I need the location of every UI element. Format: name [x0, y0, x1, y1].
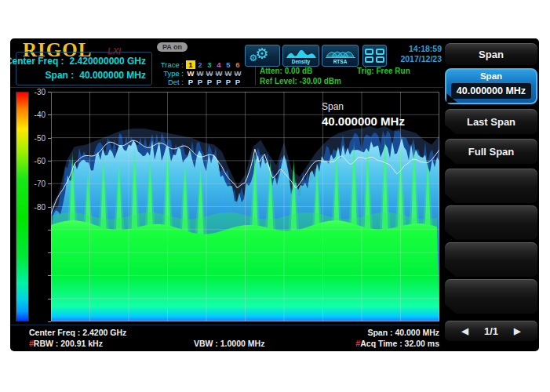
- y-tick-label: -70: [25, 180, 46, 188]
- density-icon-label: Density: [292, 59, 310, 64]
- trace-type-3: W: [205, 69, 214, 78]
- rtsa-icon-label: RTSA: [333, 59, 348, 64]
- header-separator: [10, 87, 443, 88]
- spectrum-display: Span 40.000000 MHz: [51, 92, 439, 321]
- trace-number-4[interactable]: 4: [214, 60, 224, 69]
- trace-table: Trace :123456 Type :WWWWWW Det :PPPPPP: [154, 60, 253, 86]
- trace-type-5: W: [224, 69, 233, 78]
- atten-readout: Atten: 0.00 dB: [260, 67, 312, 75]
- softkey-span-active[interactable]: Span 40.000000 MHz: [445, 68, 537, 104]
- y-axis-labels: -30-40-50-60-70-80: [27, 92, 48, 321]
- frequency-readout-panel: Center Freq : 2.420000000 GHz Span : 40.…: [16, 52, 152, 85]
- y-tick-label: -40: [25, 111, 46, 119]
- gear-icon: ⚙⚙: [250, 45, 276, 66]
- softkey-menu: Span Span 40.000000 MHz Last Span Full S…: [443, 38, 539, 351]
- trace-det-6: P: [233, 78, 242, 86]
- trace-type-6: W: [233, 69, 242, 78]
- trace-number-3[interactable]: 3: [205, 60, 214, 69]
- trace-number-2[interactable]: 2: [195, 60, 205, 69]
- softkey-empty[interactable]: [445, 205, 537, 240]
- y-tick-label: -80: [25, 203, 46, 212]
- y-tick-label: -50: [25, 134, 46, 143]
- preamp-button[interactable]: PA on: [157, 42, 188, 52]
- trace-type-2: W: [195, 69, 205, 78]
- pager-next-icon[interactable]: ▶: [514, 326, 520, 336]
- trace-number-1[interactable]: 1: [186, 60, 195, 69]
- date-readout: 2017/12/23: [385, 54, 442, 64]
- y-tick-label: -60: [25, 157, 46, 165]
- status-acq-time: #Acq Time : 32.00 ms: [355, 339, 439, 348]
- menu-title-span: Span: [445, 43, 537, 65]
- rtsa-icon: [326, 47, 355, 59]
- pager-prev-icon[interactable]: ◀: [461, 326, 468, 336]
- det-row-label: Det :: [154, 78, 184, 86]
- ref-level-readout: Ref Level: -30.00 dBm: [260, 77, 341, 85]
- trace-number-5[interactable]: 5: [224, 60, 233, 69]
- analyzer-screen: RIGOL LXI PA on Center Freq : 2.42000000…: [10, 38, 539, 351]
- status-vbw: VBW : 1.0000 MHz: [194, 339, 264, 348]
- center-freq-label: Center Freq :: [10, 55, 64, 69]
- span-value: 40.000000 MHz: [79, 69, 146, 83]
- trace-det-4: P: [214, 78, 224, 86]
- trace-number-6[interactable]: 6: [233, 60, 242, 69]
- softkey-span-value: 40.000000 MHz: [451, 83, 531, 99]
- settings-button[interactable]: ⚙⚙: [245, 45, 280, 67]
- layout-grid-icon: [365, 49, 384, 63]
- density-icon: [286, 47, 317, 59]
- density-view-button[interactable]: Density: [282, 45, 319, 67]
- trace-det-5: P: [224, 78, 233, 86]
- softkey-empty[interactable]: [445, 242, 537, 277]
- layout-button[interactable]: [362, 45, 387, 67]
- span-label: Span :: [46, 69, 75, 83]
- menu-pager[interactable]: ◀ 1/1 ▶: [445, 321, 537, 341]
- status-span: Span : 40.000 MHz: [367, 328, 439, 337]
- clock: 14:18:59 2017/12/23: [385, 44, 442, 64]
- plot-annotation-span-value: 40.000000 MHz: [322, 114, 405, 128]
- trigger-readout: Trig: Free Run: [357, 67, 410, 75]
- pager-page-indicator: 1/1: [484, 325, 498, 337]
- plot-annotation-span-label: Span: [322, 101, 344, 112]
- status-bar: Center Freq : 2.4200 GHz Span : 40.000 M…: [10, 325, 439, 351]
- status-center-freq: Center Freq : 2.4200 GHz: [29, 328, 126, 337]
- y-tick-label: -30: [25, 88, 46, 96]
- softkey-empty[interactable]: [445, 279, 537, 314]
- softkey-full-span[interactable]: Full Span: [445, 139, 537, 164]
- trace-type-1: W: [186, 69, 195, 78]
- type-row-label: Type :: [154, 69, 184, 78]
- trace-det-1: P: [186, 78, 195, 86]
- status-rbw: #RBW : 200.91 kHz: [29, 339, 103, 348]
- trace-det-2: P: [195, 78, 205, 86]
- trace-det-3: P: [205, 78, 214, 86]
- time-readout: 14:18:59: [385, 44, 442, 54]
- trace-row-label: Trace :: [154, 60, 184, 69]
- rtsa-view-button[interactable]: RTSA: [322, 45, 359, 67]
- softkey-last-span[interactable]: Last Span: [445, 109, 537, 134]
- softkey-span-label: Span: [446, 70, 536, 82]
- trace-type-4: W: [214, 69, 224, 78]
- center-freq-value: 2.420000000 GHz: [70, 55, 146, 69]
- softkey-empty[interactable]: [445, 169, 537, 203]
